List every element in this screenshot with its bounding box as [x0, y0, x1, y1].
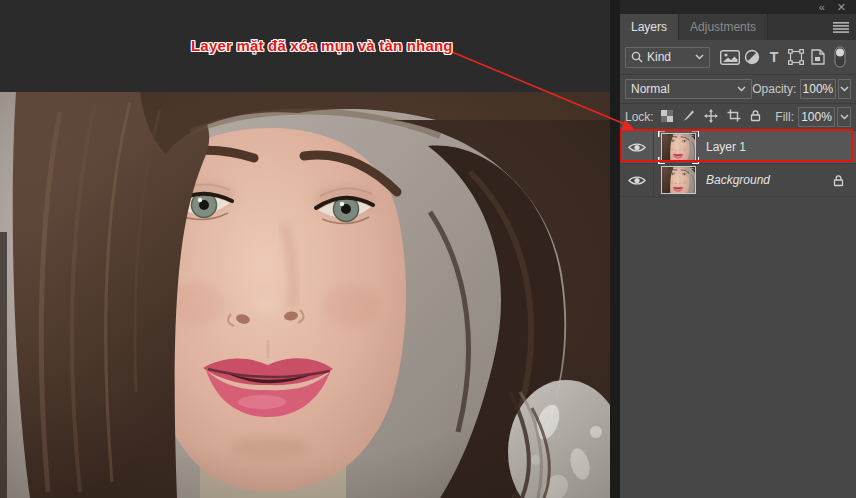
- filter-type-layers-button[interactable]: T: [763, 46, 785, 68]
- adjustment-circle-icon: [744, 49, 760, 65]
- lock-artboard-button[interactable]: [727, 109, 741, 125]
- type-icon: T: [770, 50, 779, 64]
- image-icon: [720, 50, 740, 65]
- blend-opacity-row: Normal Opacity: 100%: [620, 75, 856, 104]
- opacity-dropdown-button[interactable]: [838, 79, 851, 99]
- layer-filter-toggle[interactable]: [829, 46, 851, 68]
- lock-position-button[interactable]: [704, 109, 718, 126]
- fill-dropdown-button[interactable]: [837, 107, 851, 127]
- brush-icon: [682, 109, 695, 122]
- blend-mode-value: Normal: [631, 82, 670, 96]
- chevron-down-icon: [840, 114, 849, 120]
- tab-adjustments[interactable]: Adjustments: [678, 14, 768, 40]
- padlock-icon: [833, 174, 844, 187]
- layer-thumbnail-image: [662, 167, 695, 193]
- chevron-down-icon: [737, 86, 746, 92]
- filter-icons-group: T: [719, 46, 851, 68]
- toggle-switch-icon: [834, 46, 846, 68]
- padlock-icon: [750, 109, 761, 122]
- visibility-toggle[interactable]: [620, 164, 654, 196]
- lock-transparency-button[interactable]: [661, 110, 673, 125]
- smart-object-icon: [811, 49, 825, 65]
- fill-label: Fill:: [775, 110, 794, 124]
- photoshop-window: « ✕ Layers Adjustments Kind: [0, 0, 856, 498]
- panel-gutter: [610, 0, 620, 498]
- panel-topbar: « ✕: [620, 0, 856, 14]
- canvas-area: [0, 0, 610, 498]
- close-panel-icon[interactable]: ✕: [837, 2, 846, 13]
- kind-filter-label: Kind: [647, 50, 671, 64]
- kind-filter-dropdown[interactable]: Kind: [625, 47, 710, 68]
- hamburger-icon: [833, 22, 849, 33]
- fill-value[interactable]: 100%: [798, 107, 835, 127]
- checkerboard-icon: [661, 110, 673, 122]
- shape-icon: [788, 49, 804, 65]
- filter-smart-objects-button[interactable]: [807, 46, 829, 68]
- filter-pixel-layers-button[interactable]: [719, 46, 741, 68]
- move-icon: [704, 109, 718, 123]
- panel-menu-icon[interactable]: [833, 14, 856, 40]
- filter-adjustment-layers-button[interactable]: [741, 46, 763, 68]
- highlight-rectangle: [620, 129, 853, 162]
- opacity-label: Opacity:: [752, 82, 796, 96]
- document-image: [0, 92, 610, 498]
- eye-icon: [628, 175, 646, 186]
- layer-filter-row: Kind: [620, 40, 856, 75]
- lock-all-button[interactable]: [750, 109, 761, 125]
- blend-mode-dropdown[interactable]: Normal: [625, 79, 752, 99]
- lock-fill-row: Lock:: [620, 104, 856, 130]
- filter-shape-layers-button[interactable]: [785, 46, 807, 68]
- search-icon: [631, 51, 643, 63]
- tab-layers[interactable]: Layers: [620, 14, 678, 40]
- layer-lock-badge[interactable]: [833, 174, 844, 187]
- layer-row-background[interactable]: Background: [620, 164, 856, 197]
- chevron-down-icon: [695, 54, 704, 60]
- lock-pixels-button[interactable]: [682, 109, 695, 125]
- opacity-value[interactable]: 100%: [800, 79, 835, 99]
- layer-name[interactable]: Background: [706, 173, 770, 187]
- panel-tab-bar: Layers Adjustments: [620, 14, 856, 40]
- layer-thumbnail[interactable]: [661, 166, 696, 194]
- collapse-panels-icon[interactable]: «: [819, 2, 825, 13]
- layers-panel: « ✕ Layers Adjustments Kind: [620, 0, 856, 498]
- lock-buttons-group: [661, 109, 761, 126]
- annotation-label: Layer mặt đã xóa mụn và tàn nhang: [191, 37, 453, 54]
- lock-label: Lock:: [625, 110, 654, 124]
- artboard-icon: [727, 109, 741, 122]
- chevron-down-icon: [840, 86, 849, 92]
